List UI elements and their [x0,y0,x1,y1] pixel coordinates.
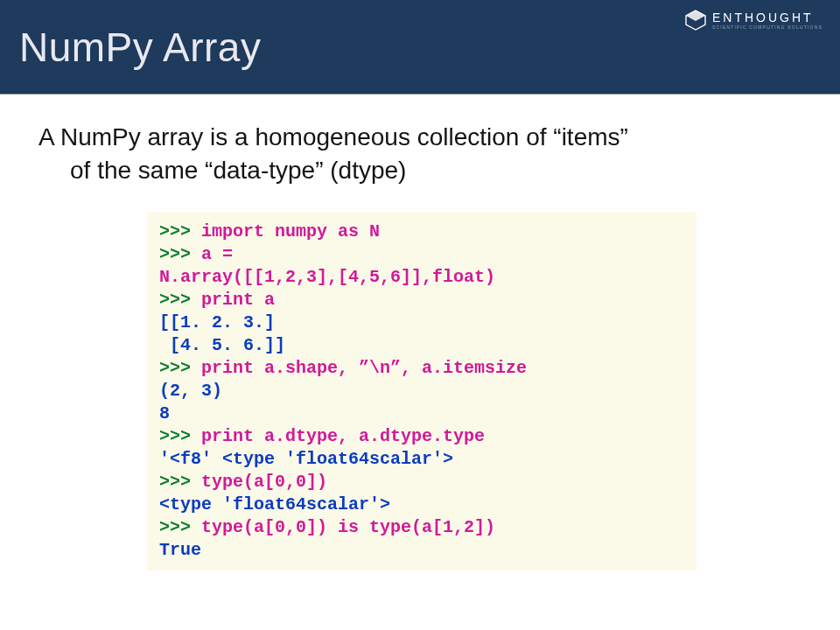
code-input: print a.shape, ”\n”, a.itemsize [201,358,527,378]
code-prompt: >>> [159,472,201,492]
code-output: 8 [159,403,170,424]
slide-body: A NumPy array is a homogeneous collectio… [0,94,840,570]
code-input: type(a[0,0]) [201,472,327,492]
slide-title: NumPy Array [0,24,261,71]
code-prompt: >>> [159,221,201,242]
code-prompt: >>> [159,358,201,378]
code-input: print a.dtype, a.dtype.type [201,426,485,446]
code-prompt: >>> [159,517,201,537]
slide-header: NumPy Array ENTHOUGHT SCIENTIFIC COMPUTI… [0,0,840,94]
code-input: N.array([[1,2,3],[4,5,6]],float) [159,267,495,287]
code-output: <type 'float64scalar'> [159,494,390,514]
code-input: type(a[0,0]) is type(a[1,2]) [201,517,495,537]
code-output: True [159,540,201,560]
code-input: a = [201,244,233,264]
brand-logo: ENTHOUGHT SCIENTIFIC COMPUTING SOLUTIONS [684,9,822,32]
code-output: [[1. 2. 3.] [159,312,275,332]
code-prompt: >>> [159,290,201,310]
intro-line-2: of the same “data-type” (dtype) [38,154,805,187]
enthought-icon [684,9,707,32]
brand-name: ENTHOUGHT [712,11,822,24]
brand-text-wrap: ENTHOUGHT SCIENTIFIC COMPUTING SOLUTIONS [712,11,822,30]
intro-paragraph: A NumPy array is a homogeneous collectio… [35,121,805,187]
code-output: '<f8' <type 'float64scalar'> [159,449,453,469]
code-output: [4. 5. 6.]] [159,335,285,355]
brand-tagline: SCIENTIFIC COMPUTING SOLUTIONS [712,25,822,30]
intro-line-1: A NumPy array is a homogeneous collectio… [38,121,805,154]
svg-marker-1 [686,10,705,21]
code-prompt: >>> [159,244,201,264]
code-input: import numpy as N [201,221,380,242]
code-example: >>> import numpy as N >>> a = N.array([[… [147,212,696,570]
code-input: print a [201,290,275,310]
code-prompt: >>> [159,426,201,446]
code-output: (2, 3) [159,381,222,401]
